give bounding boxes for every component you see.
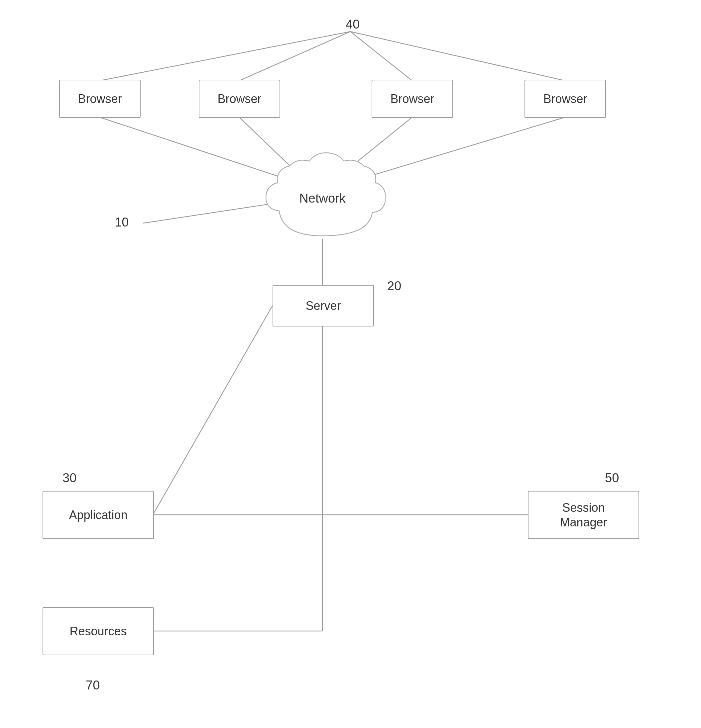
server-box: Server: [272, 285, 374, 326]
svg-line-0: [100, 32, 350, 81]
label-20: 20: [387, 279, 401, 293]
browser3-box: Browser: [372, 80, 453, 118]
cloud-svg: Network: [259, 149, 385, 239]
application-box: Application: [42, 491, 154, 539]
label-70: 70: [86, 678, 100, 692]
svg-line-3: [350, 32, 565, 81]
resources-box: Resources: [42, 607, 154, 655]
label-30: 30: [62, 471, 77, 485]
label-50: 50: [605, 471, 619, 485]
browser2-box: Browser: [199, 80, 280, 118]
svg-text:Network: Network: [299, 191, 346, 205]
browser1-box: Browser: [59, 80, 140, 118]
svg-line-13: [143, 202, 279, 223]
label-10: 10: [115, 215, 129, 230]
label-40: 40: [346, 17, 360, 32]
diagram-container: 40 Browser Browser Browser Browser Netwo…: [0, 0, 701, 728]
session-manager-box: Session Manager: [528, 491, 639, 539]
svg-line-1: [239, 32, 350, 81]
network-cloud: Network: [259, 149, 385, 240]
svg-line-9: [153, 306, 272, 515]
browser4-box: Browser: [524, 80, 606, 118]
